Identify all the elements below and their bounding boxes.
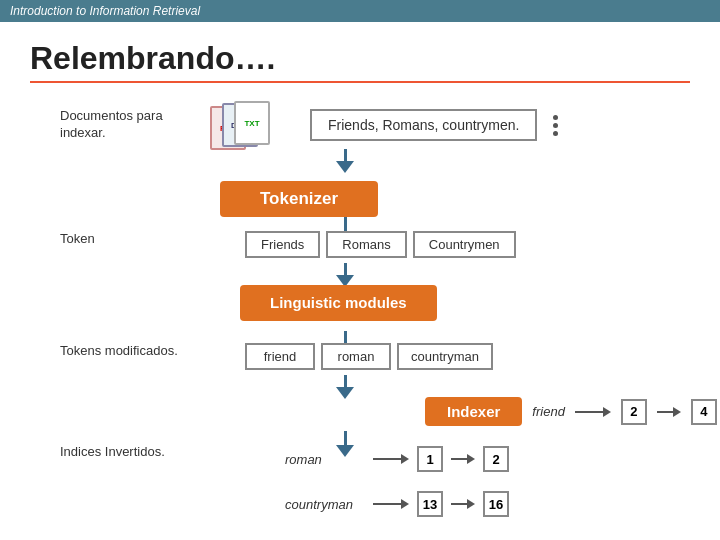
arrow-right-2 xyxy=(657,407,681,417)
vertical-dots xyxy=(553,115,558,136)
modified-roman: roman xyxy=(321,343,391,370)
top-bar: Introduction to Information Retrieval xyxy=(0,0,720,22)
pdf-icons: PDF DOC TXT xyxy=(210,101,270,149)
arrow-right-4 xyxy=(451,499,475,509)
index-roman-row: roman 1 2 xyxy=(285,446,509,472)
token-friends: Friends xyxy=(245,231,320,258)
num-1: 1 xyxy=(417,446,443,472)
modified-friend: friend xyxy=(245,343,315,370)
indexer-word-friend: friend xyxy=(532,404,565,419)
num-13: 13 xyxy=(417,491,443,517)
modified-countryman: countryman xyxy=(397,343,493,370)
token-romans: Romans xyxy=(326,231,406,258)
token-boxes: Friends Romans Countrymen xyxy=(245,231,516,258)
arrow-right-1 xyxy=(575,407,611,417)
index-word-roman: roman xyxy=(285,452,365,467)
linguistic-box: Linguistic modules xyxy=(240,285,437,321)
num-4: 4 xyxy=(691,399,717,425)
num-16: 16 xyxy=(483,491,509,517)
indexer-row: Indexer friend 2 4 xyxy=(245,397,717,426)
arrow-right-roman xyxy=(373,454,409,464)
token-label: Token xyxy=(60,231,190,246)
arrow3 xyxy=(336,263,354,287)
modified-label: Tokens modificados. xyxy=(60,343,190,358)
indexer-box: Indexer xyxy=(425,397,522,426)
arrow-right-3 xyxy=(451,454,475,464)
index-word-countryman: countryman xyxy=(285,497,365,512)
page-title: Relembrando…. xyxy=(30,40,690,83)
modified-boxes: friend roman countryman xyxy=(245,343,493,370)
arrow-right-countryman xyxy=(373,499,409,509)
doc-label: Documentos para indexar. xyxy=(60,108,190,142)
token-countrymen: Countrymen xyxy=(413,231,516,258)
indices-label: Indices Invertidos. xyxy=(60,444,190,459)
tokenizer-box: Tokenizer xyxy=(220,181,378,217)
app-title: Introduction to Information Retrieval xyxy=(10,4,200,18)
arrow5 xyxy=(336,375,354,399)
friends-box: Friends, Romans, countrymen. xyxy=(310,109,537,141)
arrow1 xyxy=(336,149,354,173)
num-2b: 2 xyxy=(483,446,509,472)
index-countryman-row: countryman 13 16 xyxy=(285,491,509,517)
num-2: 2 xyxy=(621,399,647,425)
